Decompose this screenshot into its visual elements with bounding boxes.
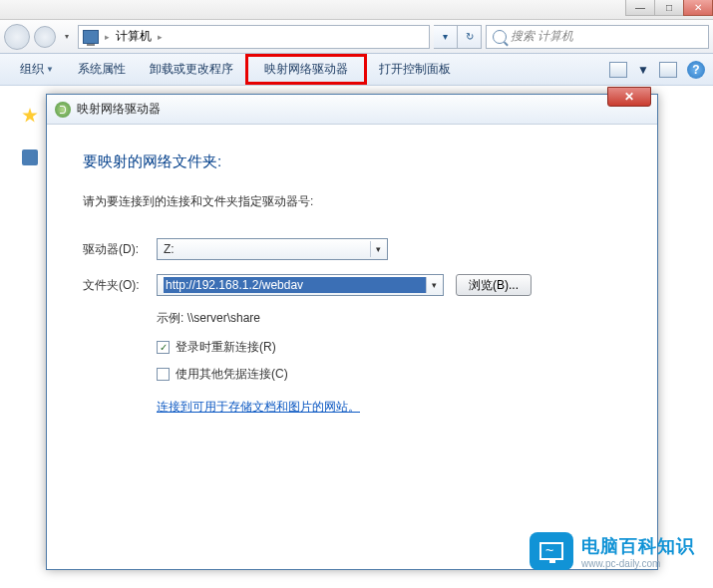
address-buttons: ▾ ↻ (434, 25, 482, 49)
refresh-button[interactable]: ↻ (458, 25, 482, 49)
address-box[interactable]: ▸ 计算机 ▸ (78, 25, 430, 49)
folder-label: 文件夹(O): (83, 277, 157, 294)
network-drive-icon (55, 102, 71, 118)
monitor-icon (539, 542, 563, 560)
help-button[interactable]: ? (687, 61, 705, 79)
breadcrumb-sep-icon: ▸ (105, 32, 110, 42)
dialog-close-button[interactable]: ✕ (607, 87, 651, 107)
address-bar-row: ▾ ▸ 计算机 ▸ ▾ ↻ 搜索 计算机 (0, 20, 713, 54)
favorites-star-icon (22, 108, 38, 124)
explorer-toolbar: 组织 ▼ 系统属性 卸载或更改程序 映射网络驱动器 打开控制面板 ▼ ? (0, 54, 713, 86)
watermark-text: 电脑百科知识 www.pc-daily.com (581, 534, 695, 569)
toolbar-system-properties[interactable]: 系统属性 (66, 54, 138, 85)
storage-website-link[interactable]: 连接到可用于存储文档和图片的网站。 (157, 399, 360, 416)
breadcrumb-sep-icon[interactable]: ▸ (158, 32, 163, 42)
dialog-title: 映射网络驱动器 (77, 101, 161, 118)
toolbar-right: ▼ ? (609, 61, 705, 79)
sidebar-icon (22, 149, 38, 165)
search-icon (493, 30, 507, 44)
toolbar-uninstall[interactable]: 卸载或更改程序 (138, 54, 245, 85)
chevron-down-icon: ▾ (426, 277, 441, 293)
watermark-title: 电脑百科知识 (581, 534, 695, 558)
chevron-down-icon[interactable]: ▼ (637, 63, 649, 77)
reconnect-checkbox[interactable]: ✓ (157, 341, 170, 354)
watermark: 电脑百科知识 www.pc-daily.com (530, 532, 695, 570)
maximize-button[interactable]: □ (654, 0, 684, 16)
dialog-heading: 要映射的网络文件夹: (83, 152, 621, 171)
folder-row: 文件夹(O): ▾ 浏览(B)... (83, 274, 621, 296)
drive-row: 驱动器(D): Z: ▾ (83, 238, 621, 260)
toolbar-organize[interactable]: 组织 ▼ (8, 54, 66, 85)
other-creds-label: 使用其他凭据连接(C) (176, 366, 288, 383)
search-input[interactable]: 搜索 计算机 (486, 25, 709, 49)
other-creds-checkbox[interactable] (157, 368, 170, 381)
computer-icon (83, 30, 99, 44)
window-titlebar: — □ ✕ (0, 0, 713, 20)
other-creds-row: 使用其他凭据连接(C) (157, 366, 621, 383)
toolbar-organize-label: 组织 (20, 61, 44, 78)
address-dropdown-button[interactable]: ▾ (434, 25, 458, 49)
map-network-drive-dialog: 映射网络驱动器 ✕ 要映射的网络文件夹: 请为要连接到的连接和文件夹指定驱动器号… (46, 94, 658, 570)
example-text: 示例: \\server\share (157, 310, 621, 327)
left-sidebar-partial (22, 108, 38, 165)
chevron-down-icon: ▾ (370, 241, 385, 257)
drive-label: 驱动器(D): (83, 241, 157, 258)
reconnect-label: 登录时重新连接(R) (176, 339, 276, 356)
search-placeholder: 搜索 计算机 (511, 28, 573, 45)
drive-combobox[interactable]: Z: ▾ (157, 238, 388, 260)
dialog-body: 要映射的网络文件夹: 请为要连接到的连接和文件夹指定驱动器号: 驱动器(D): … (47, 125, 657, 443)
preview-pane-icon[interactable] (659, 62, 677, 78)
nav-forward-button[interactable] (34, 26, 56, 48)
toolbar-map-network-drive[interactable]: 映射网络驱动器 (245, 54, 367, 85)
minimize-button[interactable]: — (625, 0, 655, 16)
breadcrumb-location[interactable]: 计算机 (116, 28, 152, 45)
toolbar-control-panel[interactable]: 打开控制面板 (367, 54, 463, 85)
reconnect-row: ✓ 登录时重新连接(R) (157, 339, 621, 356)
view-options-icon[interactable] (609, 62, 627, 78)
close-button[interactable]: ✕ (683, 0, 713, 16)
dialog-subtitle: 请为要连接到的连接和文件夹指定驱动器号: (83, 193, 621, 210)
nav-history-dropdown[interactable]: ▾ (60, 31, 74, 43)
watermark-icon (530, 532, 573, 570)
browse-button[interactable]: 浏览(B)... (456, 274, 532, 296)
folder-combobox[interactable]: ▾ (157, 274, 444, 296)
nav-back-button[interactable] (4, 24, 30, 50)
drive-value: Z: (164, 242, 175, 256)
folder-input[interactable] (164, 277, 426, 293)
window-controls: — □ ✕ (626, 0, 713, 16)
chevron-down-icon: ▼ (46, 65, 54, 74)
dialog-titlebar: 映射网络驱动器 ✕ (47, 95, 657, 125)
watermark-url: www.pc-daily.com (581, 558, 695, 569)
